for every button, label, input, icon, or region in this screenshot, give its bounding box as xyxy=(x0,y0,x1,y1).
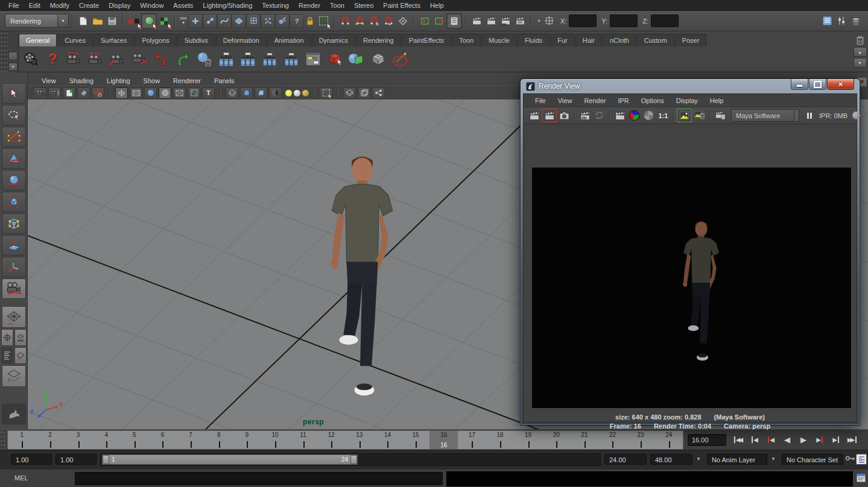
construction-history-button[interactable] xyxy=(446,13,462,29)
snap-to-curve-button[interactable] xyxy=(352,14,367,28)
snap-to-plane-button[interactable] xyxy=(381,14,396,28)
menu-modify[interactable]: Modify xyxy=(45,2,74,9)
bookmark-icon[interactable] xyxy=(63,87,75,99)
frame-tick[interactable]: 17 xyxy=(458,431,486,449)
shelf-tab-fluids[interactable]: Fluids xyxy=(518,34,550,46)
animation-end-field[interactable]: 48.00 xyxy=(650,454,692,465)
white-light-icon[interactable] xyxy=(294,90,300,96)
step-back-key-button[interactable]: ◀ xyxy=(764,433,778,446)
menu-toon[interactable]: Toon xyxy=(325,2,349,9)
shelf-tab-ncloth[interactable]: nCloth xyxy=(603,34,636,46)
last-tool-used-button[interactable] xyxy=(2,278,26,299)
shelf-item-camera-zoom[interactable] xyxy=(130,49,149,69)
layout-persp-single-button[interactable] xyxy=(14,347,27,364)
chevron-down-icon[interactable]: ▼ xyxy=(771,456,776,462)
menu-window[interactable]: Window xyxy=(135,2,168,9)
layout-persp-graph-button[interactable] xyxy=(2,365,26,387)
menu-help[interactable]: Help xyxy=(425,2,449,9)
menu-lighting-shading[interactable]: Lighting/Shading xyxy=(198,2,257,9)
shelf-scroll-up-button[interactable]: ▲ xyxy=(854,47,867,57)
menu-stereo[interactable]: Stereo xyxy=(349,2,378,9)
shelf-menu-button[interactable]: ▼ xyxy=(8,63,17,71)
step-forward-frame-button[interactable]: ▶ xyxy=(829,433,843,446)
layout-single-perspective-button[interactable] xyxy=(2,306,26,328)
menu-edit[interactable]: Edit xyxy=(24,2,45,9)
menu-paint-effects[interactable]: Paint Effects xyxy=(378,2,425,9)
shadows-icon[interactable] xyxy=(269,87,282,99)
shelf-drag-handle[interactable] xyxy=(0,31,8,72)
shelf-scroll-down-button[interactable]: ▼ xyxy=(854,58,867,68)
channel-box-toggle[interactable] xyxy=(849,14,863,28)
2d-pan-zoom-icon[interactable] xyxy=(92,87,104,99)
layout-persp-outliner-button[interactable] xyxy=(14,329,27,346)
frame-tick[interactable]: 24 xyxy=(654,431,683,449)
sidebar-collapse-arrow[interactable]: ▼ xyxy=(537,19,541,23)
select-object-button[interactable] xyxy=(141,13,157,29)
shelf-item-group-node-2[interactable] xyxy=(238,49,258,69)
shelf-tab-rendering[interactable]: Rendering xyxy=(356,34,401,46)
range-slider-active-range[interactable]: 1 24 xyxy=(102,454,358,465)
shelf-item-undo[interactable] xyxy=(151,49,171,69)
rv-menu-file[interactable]: File xyxy=(530,97,551,104)
open-render-view-button[interactable] xyxy=(469,14,484,28)
step-forward-key-button[interactable]: ▶ xyxy=(813,433,827,446)
shelf-item-delete-unused[interactable] xyxy=(195,49,214,69)
frame-tick[interactable]: 1 xyxy=(8,431,36,449)
frame-tick[interactable]: 21 xyxy=(571,431,599,449)
snap-to-grid-button[interactable] xyxy=(338,14,352,28)
snap-to-point-button[interactable] xyxy=(367,14,381,28)
mask-deformations-icon[interactable] xyxy=(246,14,261,28)
render-settings-button[interactable] xyxy=(513,14,527,28)
layout-four-view-button[interactable] xyxy=(1,329,13,346)
render-view-title-bar[interactable]: Render View × xyxy=(521,79,860,93)
playback-start-field[interactable]: 1.00 xyxy=(55,454,97,465)
mask-surfaces-icon[interactable] xyxy=(232,14,246,28)
select-hierarchy-button[interactable] xyxy=(127,14,141,28)
selection-mask-dropdown[interactable]: ▼ xyxy=(179,14,188,28)
paint-selection-tool-button[interactable] xyxy=(2,127,26,147)
shelf-tab-muscle[interactable]: Muscle xyxy=(481,34,517,46)
default-material-icon[interactable] xyxy=(188,87,200,99)
go-to-start-button[interactable]: ◀◀ xyxy=(731,433,746,446)
default-light-icon[interactable] xyxy=(285,90,292,96)
panel-menu-lighting[interactable]: Lighting xyxy=(101,77,136,84)
rotate-tool-button[interactable] xyxy=(2,170,26,190)
panel-menu-show[interactable]: Show xyxy=(138,77,166,84)
new-scene-button[interactable] xyxy=(76,14,90,28)
frame-tick[interactable]: 9 xyxy=(233,431,261,449)
film-gate-icon[interactable] xyxy=(130,87,142,99)
menu-render[interactable]: Render xyxy=(294,2,325,9)
ipr-render-button[interactable]: IPR xyxy=(498,14,513,28)
menu-set-selector[interactable]: Rendering ▼ xyxy=(5,14,69,28)
shelf-options-button[interactable] xyxy=(8,52,17,60)
panel-menu-renderer[interactable]: Renderer xyxy=(168,77,206,84)
frame-tick[interactable]: 6 xyxy=(148,431,177,449)
panel-menu-panels[interactable]: Panels xyxy=(209,77,240,84)
shelf-item-poly-cube-group[interactable] xyxy=(369,49,388,69)
shelf-item-help[interactable]: ? xyxy=(43,49,62,69)
x-coordinate-input[interactable] xyxy=(569,14,597,27)
keep-image-button[interactable] xyxy=(677,108,692,122)
mask-curves-icon[interactable] xyxy=(217,14,232,28)
renderer-selector[interactable]: Maya Software xyxy=(731,109,794,122)
input-connections-button[interactable] xyxy=(417,14,432,28)
menu-assets[interactable]: Assets xyxy=(168,2,198,9)
redo-previous-render-button[interactable] xyxy=(542,108,557,122)
mask-misc-icon[interactable]: ? xyxy=(290,14,304,28)
frame-tick[interactable]: 14 xyxy=(373,431,402,449)
textured-mode-icon[interactable]: T xyxy=(202,87,215,99)
shelf-item-group-node-3[interactable] xyxy=(260,49,279,69)
shelf-tab-toon[interactable]: Toon xyxy=(452,34,481,46)
shelf-tab-animation[interactable]: Animation xyxy=(267,34,311,46)
set-key-button[interactable] xyxy=(845,456,855,461)
ipr-render-button[interactable]: IPR xyxy=(578,109,592,122)
camera-attributes-icon[interactable] xyxy=(48,87,61,99)
range-slider-track[interactable]: 1 24 xyxy=(100,453,601,466)
frame-tick[interactable]: 3 xyxy=(64,431,92,449)
shelf-tab-poser[interactable]: Poser xyxy=(675,34,707,46)
show-manipulator-tool-button[interactable] xyxy=(2,257,26,277)
frame-tick[interactable]: 23 xyxy=(627,431,655,449)
frame-tick[interactable]: 15 xyxy=(402,431,430,449)
remove-image-button[interactable] xyxy=(692,109,706,122)
wireframe-mode-icon[interactable] xyxy=(115,87,128,99)
